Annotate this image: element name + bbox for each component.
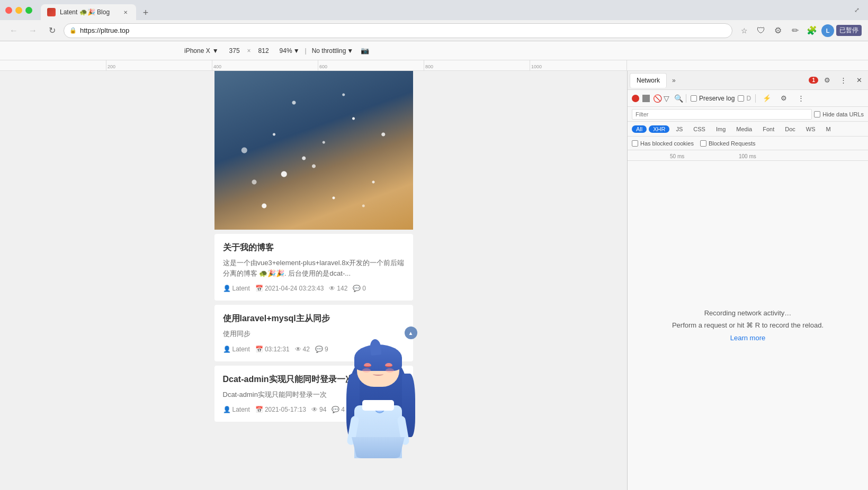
filter-input[interactable] (632, 109, 812, 120)
post2-comments: 9 (325, 346, 328, 353)
zoom-dropdown-icon: ▼ (293, 47, 300, 55)
extension-btn-3[interactable]: ✏ (788, 23, 802, 38)
devtools-dock-btn[interactable]: ⋮ (836, 74, 850, 87)
capture-screenshot-btn[interactable]: 📷 (359, 44, 371, 57)
reload-button[interactable]: ↻ (44, 23, 59, 38)
hero-image-inner (214, 71, 413, 230)
pause-label[interactable]: 已暂停 (836, 25, 862, 36)
devtools-settings-btn[interactable]: ⚙ (820, 74, 834, 87)
minimize-window-button[interactable] (15, 7, 22, 14)
throttle-selector[interactable]: No throttling ▼ (309, 46, 357, 56)
filter-toggle-btn[interactable]: ▽ (664, 95, 671, 102)
dimension-separator: × (247, 47, 251, 55)
page-content: 关于我的博客 这是一个由vue3+element-plus+laravel.8x… (0, 71, 627, 490)
maximize-window-button[interactable] (25, 7, 32, 14)
blog-card-2[interactable]: 使用laravel+mysql主从同步 使用同步 👤 Latent 📅 03:1… (214, 305, 413, 361)
post3-meta: 👤 Latent 📅 2021-05-17:13 👁 94 (223, 406, 405, 413)
post2-title: 使用laravel+mysql主从同步 (223, 313, 405, 324)
tab-more-button[interactable]: » (669, 77, 679, 84)
extension-btn-2[interactable]: ⚙ (771, 23, 785, 38)
ruler-row: 200 400 600 800 1000 (0, 60, 868, 71)
zoom-selector[interactable]: 94% ▼ (276, 46, 303, 56)
disable-cache-checkbox[interactable]: D (738, 95, 751, 102)
blog-card-3[interactable]: Dcat-admin实现只能同时登录一次 Dcat-admin实现只能同时登录一… (214, 366, 413, 422)
eye-icon-3: 👁 (311, 406, 318, 413)
new-tab-button[interactable]: + (138, 5, 153, 20)
window-restore-icon: ⤢ (854, 6, 863, 14)
empty-state-line2: Perform a request or hit ⌘ R to record t… (672, 319, 824, 331)
browser-tab-active[interactable]: Latent 🐢🎉 Blog ✕ (41, 4, 136, 20)
back-button[interactable]: ← (6, 23, 21, 38)
extensions-btn[interactable]: 🧩 (804, 23, 819, 38)
post2-excerpt: 使用同步 (223, 329, 405, 339)
profile-button[interactable]: L (821, 24, 834, 37)
person-icon: 👤 (223, 285, 231, 292)
blocked-requests-box (700, 140, 706, 147)
filter-more-button[interactable]: M (822, 125, 835, 133)
resource-type-filter-bar: All XHR JS CSS Img Media Font Doc WS M (628, 122, 868, 137)
record-button[interactable] (632, 95, 639, 102)
profile-initials: L (826, 28, 830, 34)
browser-window: Latent 🐢🎉 Blog ✕ + ⤢ ← → ↻ 🔒 https://plt… (0, 0, 868, 490)
url-bar[interactable]: 🔒 https://pltrue.top (64, 23, 732, 38)
preserve-log-checkbox[interactable]: Preserve log (691, 95, 735, 102)
tab-close-button[interactable]: ✕ (121, 8, 130, 16)
filter-xhr-button[interactable]: XHR (649, 125, 669, 133)
preserve-log-label: Preserve log (699, 95, 735, 102)
filter-all-button[interactable]: All (632, 125, 647, 133)
filter-font-button[interactable]: Font (758, 125, 778, 133)
extension-btn-1[interactable]: 🛡 (754, 23, 768, 38)
learn-more-link[interactable]: Learn more (730, 332, 765, 344)
browser-viewport[interactable]: 关于我的博客 这是一个由vue3+element-plus+laravel.8x… (0, 71, 627, 490)
network-more-btn[interactable]: ⋮ (794, 92, 808, 105)
filter-js-button[interactable]: JS (672, 125, 687, 133)
filter-ws-button[interactable]: WS (802, 125, 820, 133)
height-input[interactable] (253, 47, 274, 55)
scroll-up-button[interactable]: ▲ (405, 326, 417, 339)
error-badge: 1 (809, 77, 818, 84)
filter-img-button[interactable]: Img (712, 125, 730, 133)
timeline-50ms: 50 ms (670, 153, 684, 159)
devtools-close-btn[interactable]: ✕ (852, 74, 866, 87)
blocked-requests-checkbox[interactable]: Blocked Requests (700, 140, 756, 147)
width-input[interactable] (224, 47, 245, 55)
post3-views-item: 👁 94 (311, 406, 326, 413)
ruler-mark-200: 200 (106, 60, 115, 70)
post2-date-item: 📅 03:12:31 (255, 346, 290, 353)
network-checkbox-row: Has blocked cookies Blocked Requests (628, 137, 868, 150)
blog-card-1[interactable]: 关于我的博客 这是一个由vue3+element-plus+laravel.8x… (214, 234, 413, 301)
ruler-left: 200 400 600 800 1000 (0, 60, 627, 70)
device-selector[interactable]: iPhone X ▼ (181, 46, 222, 56)
hero-image (214, 71, 413, 230)
post1-views-item: 👁 142 (329, 285, 347, 292)
post1-comments: 0 (362, 285, 366, 292)
comment-icon-3: 💬 (332, 406, 339, 413)
filter-doc-button[interactable]: Doc (781, 125, 800, 133)
url-text: https://pltrue.top (80, 26, 727, 34)
has-blocked-cookies-checkbox[interactable]: Has blocked cookies (632, 140, 694, 147)
throttle-btn[interactable]: ⚡ (760, 92, 774, 105)
hide-data-urls-box (814, 111, 820, 117)
post3-title: Dcat-admin实现只能同时登录一次 (223, 374, 405, 385)
network-empty-state: Recording network activity… Perform a re… (628, 161, 868, 490)
tab-network[interactable]: Network (630, 73, 667, 88)
forward-button[interactable]: → (25, 23, 40, 38)
clear-button[interactable]: 🚫 (653, 95, 660, 102)
tab-network-label: Network (637, 77, 660, 84)
person-icon-2: 👤 (223, 346, 231, 353)
post1-author: Latent (232, 285, 250, 292)
network-settings-btn[interactable]: ⚙ (777, 92, 791, 105)
hide-data-urls-checkbox[interactable]: Hide data URLs (814, 111, 864, 117)
search-button[interactable]: 🔍 (674, 95, 682, 102)
stop-recording-button[interactable] (642, 95, 650, 102)
post2-author-item: 👤 Latent (223, 346, 250, 353)
title-bar: Latent 🐢🎉 Blog ✕ + ⤢ (0, 0, 868, 20)
eye-icon: 👁 (329, 285, 335, 292)
device-toolbar: iPhone X ▼ × 94% ▼ | No throttling ▼ 📷 (0, 41, 868, 60)
svg-rect-0 (643, 95, 649, 102)
close-window-button[interactable] (5, 7, 12, 14)
bookmark-button[interactable]: ☆ (737, 23, 751, 38)
lock-icon: 🔒 (69, 27, 77, 34)
filter-media-button[interactable]: Media (732, 125, 756, 133)
filter-css-button[interactable]: CSS (689, 125, 710, 133)
